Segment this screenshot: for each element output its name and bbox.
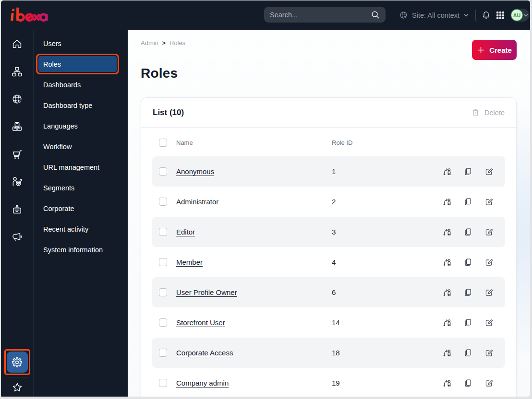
copy-button[interactable] [463, 167, 472, 176]
copy-button[interactable] [463, 258, 472, 267]
globe-icon [399, 11, 408, 20]
role-name-link[interactable]: Storefront User [176, 318, 225, 327]
rail-item-commerce[interactable] [1, 141, 33, 168]
column-header-name: Name [176, 139, 332, 146]
menu-item-dashboards[interactable]: Dashboards [36, 74, 119, 95]
notifications-button[interactable] [481, 0, 491, 30]
row-checkbox[interactable] [159, 288, 167, 296]
assign-user-icon [443, 378, 452, 387]
role-name-link[interactable]: Anonymous [176, 167, 214, 176]
delete-button-label: Delete [484, 109, 505, 117]
menu-item-segments[interactable]: Segments [36, 177, 119, 198]
role-name-link[interactable]: Editor [176, 228, 195, 236]
ibexa-logo[interactable] [9, 7, 50, 22]
copy-button[interactable] [463, 318, 472, 327]
rail-item-admin-settings[interactable] [4, 349, 30, 375]
edit-icon [484, 167, 493, 176]
row-actions [443, 167, 493, 176]
assign-user-icon [443, 197, 452, 206]
role-name-link[interactable]: Corporate Access [176, 349, 233, 357]
apps-menu-button[interactable] [496, 0, 505, 30]
role-id-cell: 14 [332, 318, 340, 327]
row-checkbox[interactable] [159, 198, 167, 206]
menu-item-languages[interactable]: Languages [36, 116, 119, 136]
site-hierarchy-icon [11, 66, 23, 78]
rail-item-site-hierarchy[interactable] [1, 58, 33, 85]
row-checkbox[interactable] [159, 349, 167, 357]
rail-item-site[interactable] [1, 85, 33, 113]
assign-user-button[interactable] [443, 378, 452, 387]
assign-user-button[interactable] [443, 318, 452, 327]
bell-icon [481, 10, 491, 20]
edit-button[interactable] [484, 258, 493, 267]
topbar-divider [475, 10, 476, 21]
copy-button[interactable] [463, 348, 472, 357]
copy-button[interactable] [463, 288, 472, 297]
menu-item-dashboard-type[interactable]: Dashboard type [36, 95, 119, 116]
rail-item-product-catalog[interactable] [1, 113, 33, 140]
roles-table-body: Anonymous 1 [141, 156, 516, 397]
assign-user-button[interactable] [443, 258, 452, 267]
rail-divider [6, 377, 28, 377]
role-id-cell: 19 [332, 379, 340, 387]
breadcrumb-admin[interactable]: Admin [141, 39, 158, 47]
menu-item-url-management[interactable]: URL management [36, 157, 119, 177]
row-checkbox[interactable] [159, 228, 167, 236]
create-button[interactable]: Create [472, 40, 517, 60]
role-id-cell: 6 [332, 288, 336, 296]
rail-item-bookmarks[interactable] [12, 382, 23, 393]
row-checkbox[interactable] [159, 379, 167, 387]
menu-item-recent-activity[interactable]: Recent activity [36, 219, 119, 239]
row-checkbox[interactable] [159, 167, 167, 176]
copy-button[interactable] [463, 197, 472, 206]
role-name-link[interactable]: Company admin [176, 379, 229, 387]
row-checkbox[interactable] [159, 318, 167, 327]
edit-button[interactable] [484, 227, 493, 236]
commerce-cart-icon [11, 148, 23, 160]
edit-button[interactable] [484, 348, 493, 357]
site-context-selector[interactable]: Site: All context [399, 0, 469, 30]
menu-item-label: System information [43, 246, 103, 254]
assign-user-button[interactable] [443, 197, 452, 206]
assign-user-button[interactable] [443, 227, 452, 236]
rail-item-personalization[interactable] [1, 168, 33, 195]
rail-item-marketing[interactable] [1, 223, 33, 250]
trash-icon [471, 108, 480, 117]
row-actions [443, 227, 493, 236]
menu-item-system-information[interactable]: System information [36, 239, 119, 260]
select-all-checkbox[interactable] [159, 139, 167, 147]
user-menu[interactable]: AU [510, 9, 529, 22]
copy-button[interactable] [463, 227, 472, 236]
role-name-cell: Member [176, 258, 332, 266]
menu-item-workflow[interactable]: Workflow [36, 136, 119, 157]
assign-user-button[interactable] [443, 167, 452, 176]
edit-icon [484, 197, 493, 206]
role-id-cell: 1 [332, 167, 336, 176]
rail-item-home[interactable] [1, 30, 33, 58]
row-actions [443, 348, 493, 357]
edit-button[interactable] [484, 378, 493, 387]
menu-item-users[interactable]: Users [36, 33, 119, 54]
edit-button[interactable] [484, 288, 493, 297]
search-placeholder: Search... [270, 11, 298, 19]
role-name-cell: User Profile Owner [176, 288, 332, 296]
menu-item-roles[interactable]: Roles [36, 54, 119, 74]
search-input[interactable]: Search... [264, 7, 386, 23]
edit-button[interactable] [484, 318, 493, 327]
menu-item-label: Languages [43, 122, 78, 130]
copy-button[interactable] [463, 378, 472, 387]
delete-button[interactable]: Delete [471, 108, 505, 117]
marketing-megaphone-icon [11, 231, 23, 243]
edit-button[interactable] [484, 197, 493, 206]
assign-user-button[interactable] [443, 288, 452, 297]
icon-rail [1, 30, 34, 397]
role-name-link[interactable]: Administrator [176, 198, 218, 206]
row-checkbox[interactable] [159, 258, 167, 266]
edit-button[interactable] [484, 167, 493, 176]
role-name-link[interactable]: User Profile Owner [176, 288, 237, 296]
menu-item-corporate[interactable]: Corporate [36, 198, 119, 219]
rail-item-corporate[interactable] [1, 195, 33, 223]
admin-menu: Users Roles Dashboards Dashboard type La… [34, 30, 128, 397]
assign-user-button[interactable] [443, 348, 452, 357]
role-name-link[interactable]: Member [176, 258, 203, 266]
